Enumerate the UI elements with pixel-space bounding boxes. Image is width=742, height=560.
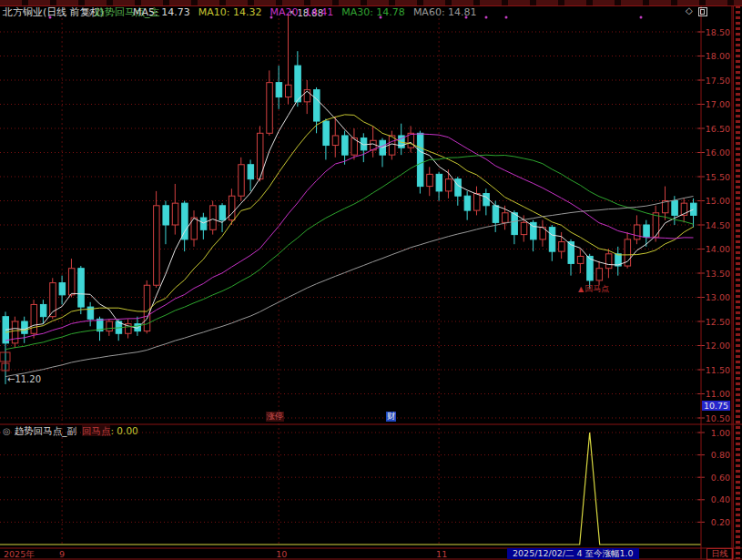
price-axis-label: 11.50 [703, 365, 730, 375]
price-axis-label: 14.50 [703, 220, 730, 230]
price-axis-label: 17.50 [703, 76, 730, 86]
price-axis-label: 18.50 [703, 27, 730, 37]
signal-label: 回马点 [82, 425, 111, 436]
sub-indicator-name[interactable]: 趋势回马点_副 [15, 425, 76, 436]
chart-canvas[interactable] [0, 0, 742, 560]
right-vertical-toolbar[interactable] [733, 5, 742, 559]
sub-axis-label: 0.80 [703, 450, 730, 460]
year-label: 2025年 [4, 549, 35, 559]
ma-label: MA20: 14.41 [269, 6, 333, 18]
price-axis-label: 16.50 [703, 124, 730, 134]
sub-axis-label: 0.40 [703, 494, 730, 504]
low-price-annotation: ←11.20 [7, 374, 41, 384]
finance-report-tag[interactable]: 财 [386, 412, 396, 422]
period-selector[interactable]: 日线 [706, 548, 733, 560]
ma-label: MA60: 14.81 [413, 6, 477, 18]
top-menu-bar[interactable] [0, 0, 742, 6]
price-axis-label: 10.50 [703, 413, 730, 423]
pullback-signal-marker: ▲回马点 [578, 283, 609, 295]
price-axis-label: 17.00 [703, 99, 730, 109]
triangle-icon: ▲ [578, 285, 584, 293]
price-axis-label: 11.00 [703, 389, 730, 399]
price-axis-label: 18.00 [703, 51, 730, 61]
limit-up-event-tag[interactable]: 涨停 [266, 412, 284, 422]
price-axis-label: 12.50 [703, 317, 730, 327]
sub-indicator-header: ◎趋势回马点_副回马点: 0.00 [3, 425, 138, 436]
price-axis-label: 15.00 [703, 196, 730, 206]
current-price-tag: 10.75 [702, 401, 730, 411]
price-axis-label: 15.50 [703, 172, 730, 182]
signal-value: : 0.00 [110, 425, 137, 436]
diamond-icon[interactable]: ◇ [686, 5, 693, 15]
month-label: 9 [59, 549, 65, 559]
date-info-box: 2025/12/02/二 4 至今涨幅1.0 [507, 548, 639, 559]
ma-label: MA10: 14.32 [198, 6, 262, 18]
price-axis-label: 14.00 [703, 244, 730, 254]
ma-values-row: MA5: 14.73MA10: 14.32MA20: 14.41MA30: 14… [133, 6, 485, 18]
stock-chart-window: 北方铜业(日线 前复权) ◎ 趋势回马点_主 MA5: 14.73MA10: 1… [0, 0, 742, 560]
month-label: 11 [436, 549, 447, 559]
sub-circle-icon[interactable]: ◎ [3, 426, 11, 436]
month-label: 10 [276, 549, 287, 559]
price-axis-label: 12.00 [703, 341, 730, 351]
window-panes-icon[interactable] [698, 7, 707, 16]
price-axis-label: 13.00 [703, 292, 730, 302]
sub-axis-label: 1.00 [703, 428, 730, 438]
ma-label: MA5: 14.73 [133, 6, 190, 18]
price-axis-label: 16.00 [703, 148, 730, 158]
price-axis-label: 13.50 [703, 269, 730, 279]
indicator-circle-icon[interactable]: ◎ [85, 6, 93, 18]
sub-axis-label: 0.20 [703, 517, 730, 527]
low-price-value: 11.20 [15, 374, 41, 384]
sub-axis-label: 0.60 [703, 473, 730, 483]
pullback-label: 回马点 [584, 284, 609, 293]
ma-label: MA30: 14.78 [341, 6, 405, 18]
